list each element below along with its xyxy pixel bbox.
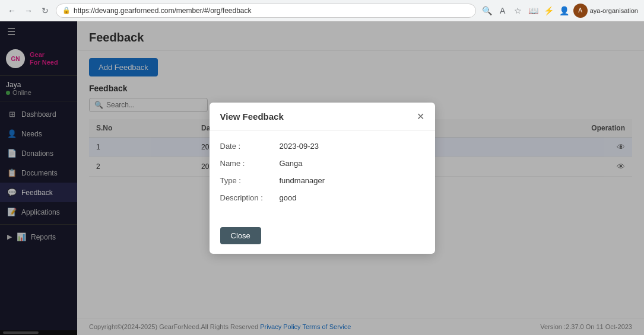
url-bar[interactable]: 🔒 https://devang.gearforneed.com/member/… [56, 4, 476, 18]
modal-field-date: Date : 2023-09-23 [220, 142, 424, 151]
modal-date-value: 2023-09-23 [280, 142, 319, 151]
browser-user-label: aya-organisation [590, 7, 638, 14]
modal-description-value: good [280, 193, 297, 202]
modal-type-value: fundmanager [280, 176, 325, 185]
zoom-button[interactable]: 🔍 [481, 4, 494, 17]
modal-overlay: View Feedback ✕ Date : 2023-09-23 Name :… [0, 21, 644, 335]
modal-close-button[interactable]: ✕ [417, 111, 424, 122]
modal-field-type: Type : fundmanager [220, 176, 424, 185]
browser-chrome: ← → ↻ 🔒 https://devang.gearforneed.com/m… [0, 0, 644, 21]
modal-description-label: Description : [220, 193, 280, 202]
modal-close-btn[interactable]: Close [220, 227, 261, 244]
url-text: https://devang.gearforneed.com/member/#/… [74, 7, 252, 15]
modal-footer: Close [210, 221, 435, 254]
bookmark-button[interactable]: ☆ [512, 4, 525, 17]
modal-body: Date : 2023-09-23 Name : Ganga Type : fu… [210, 131, 435, 221]
browser-toolbar-icons: 🔍 A ☆ 📖 ⚡ 👤 A aya-organisation [481, 4, 638, 18]
reader-button[interactable]: 📖 [527, 4, 540, 17]
modal-type-label: Type : [220, 176, 280, 185]
modal-field-name: Name : Ganga [220, 159, 424, 168]
profile-button[interactable]: 👤 [558, 4, 571, 17]
translate-button[interactable]: A [496, 4, 509, 17]
browser-avatar: A [573, 4, 588, 18]
view-feedback-modal: View Feedback ✕ Date : 2023-09-23 Name :… [210, 103, 435, 254]
modal-name-value: Ganga [280, 159, 303, 168]
forward-button[interactable]: → [23, 5, 34, 17]
lock-icon: 🔒 [62, 7, 71, 14]
modal-date-label: Date : [220, 142, 280, 151]
modal-title: View Feedback [220, 111, 284, 122]
back-button[interactable]: ← [6, 5, 18, 17]
modal-field-description: Description : good [220, 193, 424, 202]
modal-header: View Feedback ✕ [210, 103, 435, 131]
extensions-button[interactable]: ⚡ [543, 4, 556, 17]
reload-button[interactable]: ↻ [39, 5, 51, 17]
modal-name-label: Name : [220, 159, 280, 168]
